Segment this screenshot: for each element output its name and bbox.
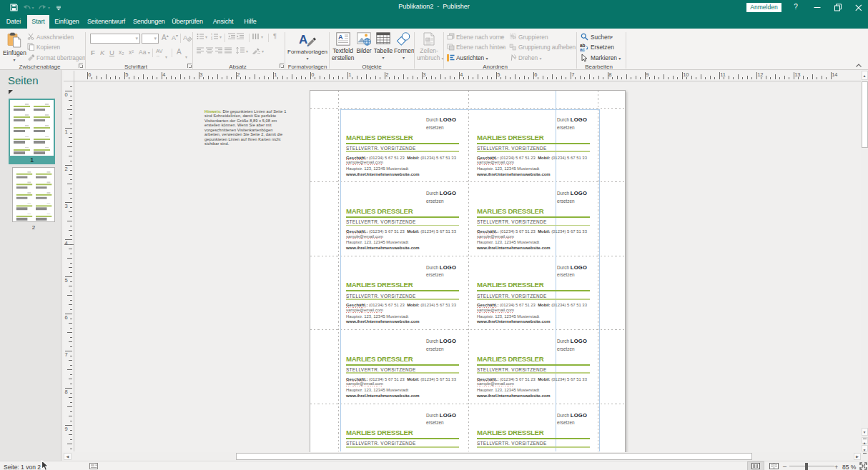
svg-text:A: A — [299, 33, 307, 46]
svg-text:ac: ac — [580, 47, 586, 51]
svg-text:A: A — [338, 34, 343, 41]
svg-text:3: 3 — [211, 38, 212, 40]
